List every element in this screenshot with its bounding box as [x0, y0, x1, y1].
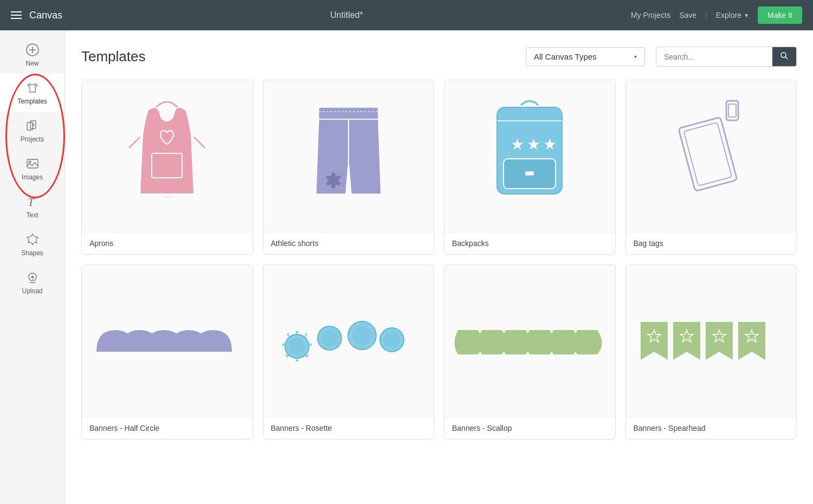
template-card-label: Banners - Scallop: [444, 417, 615, 439]
app-logo: Canvas: [29, 10, 62, 21]
svg-line-15: [129, 137, 140, 148]
save-button[interactable]: Save: [679, 11, 696, 20]
upload-icon: [25, 270, 40, 285]
banners-scallop-illustration: [448, 292, 611, 390]
banners-half-circle-illustration: [86, 292, 248, 390]
apron-illustration: [113, 91, 221, 221]
sidebar-item-upload[interactable]: Upload: [0, 263, 64, 301]
my-projects-link[interactable]: My Projects: [631, 11, 670, 20]
svg-point-8: [29, 161, 31, 163]
template-card-banners-rosette[interactable]: Banners - Rosette: [263, 264, 435, 440]
svg-rect-3: [27, 122, 33, 130]
search-icon: [780, 51, 789, 60]
athletic-shorts-illustration: [294, 91, 403, 221]
template-card-image: [263, 265, 434, 417]
sidebar-item-projects[interactable]: Projects: [0, 112, 64, 150]
svg-point-39: [289, 338, 305, 354]
explore-label: Explore: [716, 11, 741, 20]
template-card-label: Bag tags: [626, 232, 797, 254]
sidebar-item-images-label: Images: [22, 173, 43, 181]
hamburger-menu[interactable]: [11, 11, 22, 19]
text-icon: T: [25, 194, 40, 209]
template-card-label: Banners - Half Circle: [82, 417, 253, 439]
chevron-down-icon: ▼: [744, 12, 749, 18]
template-card-label: Aprons: [82, 232, 253, 254]
bag-tag-illustration: [657, 91, 765, 221]
canvas-type-label: All Canvas Types: [534, 52, 597, 61]
svg-rect-35: [728, 104, 736, 117]
templates-icon: [25, 80, 40, 95]
sidebar-item-images[interactable]: Images: [0, 150, 64, 188]
templates-header: Templates All Canvas Types ▾: [81, 47, 797, 67]
svg-rect-4: [30, 121, 36, 128]
header-nav: My Projects Save | Explore ▼ Make It: [631, 7, 802, 24]
search-bar: [656, 47, 797, 67]
svg-rect-30: [525, 171, 534, 176]
search-input[interactable]: [656, 47, 772, 66]
template-card-image: ★ ★ ★: [444, 80, 615, 232]
sidebar-item-templates-label: Templates: [17, 98, 47, 105]
document-title[interactable]: Untitled*: [62, 10, 631, 20]
template-card-aprons[interactable]: Aprons: [81, 80, 253, 255]
svg-point-48: [384, 332, 400, 348]
header: Canvas Untitled* My Projects Save | Expl…: [0, 0, 813, 30]
template-card-image: [263, 80, 434, 232]
template-card-label: Banners - Spearhead: [626, 417, 797, 439]
template-card-image: [82, 80, 253, 232]
sidebar: New Templates Projects: [0, 30, 65, 504]
page-title: Templates: [81, 48, 515, 65]
template-card-bag-tags[interactable]: Bag tags: [625, 80, 797, 255]
svg-text:★: ★: [511, 136, 524, 153]
template-card-label: Backpacks: [444, 232, 615, 254]
svg-point-42: [321, 330, 338, 346]
template-card-backpacks[interactable]: ★ ★ ★ Backpacks: [444, 80, 616, 255]
template-card-label: Athletic shorts: [263, 232, 434, 254]
banners-spearhead-illustration: [630, 292, 792, 390]
template-card-banners-half-circle[interactable]: Banners - Half Circle: [81, 264, 253, 440]
dropdown-chevron-icon: ▾: [634, 54, 637, 60]
projects-icon: [25, 118, 40, 133]
svg-line-13: [785, 57, 788, 59]
template-card-banners-scallop[interactable]: Banners - Scallop: [444, 264, 616, 440]
sidebar-item-text[interactable]: T Text: [0, 188, 64, 225]
svg-text:★: ★: [543, 136, 557, 153]
banners-rosette-illustration: [267, 292, 430, 390]
template-card-athletic-shorts[interactable]: Athletic shorts: [263, 80, 435, 255]
search-button[interactable]: [772, 47, 796, 66]
template-card-image: [626, 265, 797, 417]
sidebar-item-templates[interactable]: Templates: [0, 74, 64, 112]
template-card-image: [626, 80, 797, 232]
sidebar-item-new[interactable]: New: [0, 36, 64, 74]
svg-text:★: ★: [527, 136, 540, 153]
template-card-image: [444, 265, 615, 417]
new-icon: [25, 42, 40, 57]
nav-divider: |: [705, 11, 707, 20]
svg-point-12: [781, 53, 786, 57]
svg-line-16: [194, 137, 205, 148]
sidebar-item-upload-label: Upload: [22, 287, 42, 295]
explore-dropdown[interactable]: Explore ▼: [716, 11, 749, 20]
app-layout: New Templates Projects: [0, 30, 813, 504]
sidebar-item-projects-label: Projects: [21, 135, 44, 143]
images-icon: [25, 156, 40, 171]
sidebar-item-shapes[interactable]: Shapes: [0, 225, 64, 263]
template-card-banners-spearhead[interactable]: Banners - Spearhead: [625, 264, 797, 440]
sidebar-item-shapes-label: Shapes: [21, 249, 43, 257]
main-content: Templates All Canvas Types ▾: [65, 30, 813, 504]
svg-point-45: [352, 326, 372, 345]
make-it-button[interactable]: Make It: [758, 7, 802, 24]
sidebar-item-new-label: New: [25, 60, 38, 67]
svg-rect-7: [27, 159, 38, 168]
template-grid: Aprons: [81, 80, 797, 440]
sidebar-item-text-label: Text: [26, 211, 38, 219]
canvas-type-dropdown[interactable]: All Canvas Types ▾: [526, 47, 645, 66]
svg-rect-17: [319, 107, 378, 119]
template-card-label: Banners - Rosette: [263, 417, 434, 439]
svg-rect-36: [678, 117, 737, 191]
shapes-icon: [25, 232, 40, 247]
svg-text:T: T: [28, 195, 35, 209]
template-card-image: [82, 265, 253, 417]
backpack-illustration: ★ ★ ★: [475, 91, 584, 221]
